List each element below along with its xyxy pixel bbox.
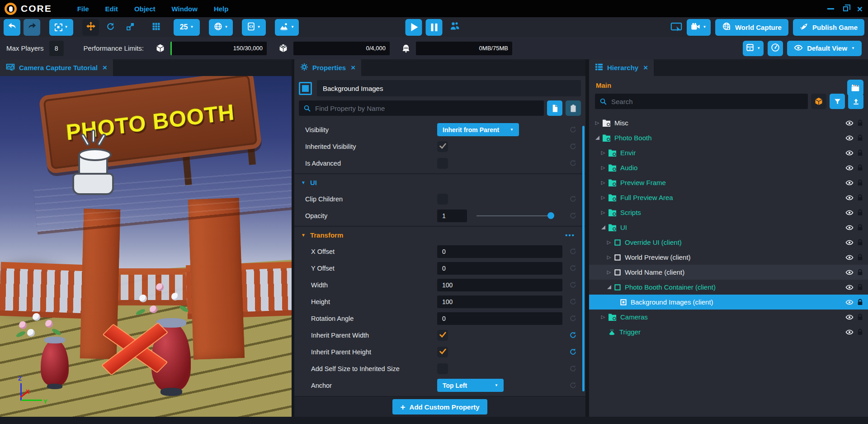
lock-icon[interactable] <box>857 149 863 156</box>
lock-icon[interactable] <box>857 164 863 171</box>
clip-children-checkbox[interactable] <box>437 194 448 205</box>
lock-icon[interactable] <box>857 239 863 246</box>
expand-icon[interactable]: ▷ <box>605 254 613 260</box>
collapse-icon[interactable] <box>599 225 607 229</box>
expand-icon[interactable]: ▷ <box>599 314 607 320</box>
close-icon[interactable]: × <box>857 4 863 14</box>
visibility-eye-icon[interactable] <box>845 119 854 127</box>
lock-icon[interactable] <box>857 119 863 126</box>
is-advanced-checkbox[interactable] <box>437 158 448 169</box>
reset-icon[interactable] <box>569 365 577 372</box>
copy-properties-button[interactable] <box>547 100 562 116</box>
visibility-eye-icon[interactable] <box>845 314 854 321</box>
scene-3d[interactable]: PHOTO BOOTH Z <box>0 76 292 417</box>
add-custom-property-button[interactable]: + Add Custom Property <box>392 399 487 414</box>
viewport-body[interactable]: PHOTO BOOTH Z <box>0 76 292 417</box>
visibility-eye-icon[interactable] <box>845 164 854 172</box>
grid-size-dropdown[interactable]: 25▼ <box>174 19 200 36</box>
hierarchy-item-preview-frame[interactable]: ▷Preview Frame <box>589 175 868 190</box>
lock-icon[interactable] <box>857 329 863 335</box>
section-transform[interactable]: ▼Transform••• <box>294 226 585 243</box>
properties-scrollbar[interactable] <box>582 126 585 391</box>
property-search-input[interactable] <box>315 105 539 112</box>
expand-icon[interactable]: ▷ <box>599 210 607 215</box>
close-icon[interactable]: × <box>103 63 107 72</box>
visibility-eye-icon[interactable] <box>845 149 854 157</box>
undo-button[interactable] <box>4 19 20 36</box>
hierarchy-item-misc[interactable]: ▷Misc <box>589 115 868 130</box>
hierarchy-item-cameras[interactable]: ▷Cameras <box>589 310 868 324</box>
reset-icon[interactable] <box>569 281 577 289</box>
y-offset-field[interactable] <box>437 262 562 275</box>
lock-icon[interactable] <box>857 224 863 231</box>
minimize-icon[interactable] <box>827 8 834 10</box>
collapse-icon[interactable] <box>605 285 613 289</box>
zoom-to-object-button[interactable] <box>811 94 826 109</box>
x-offset-field[interactable] <box>437 245 562 258</box>
rotate-tool-button[interactable] <box>102 19 119 36</box>
menu-item-window[interactable]: Window <box>172 5 198 13</box>
menu-item-object[interactable]: Object <box>134 5 156 13</box>
opacity-slider[interactable] <box>476 210 554 222</box>
lock-icon[interactable] <box>857 194 863 201</box>
expand-icon[interactable]: ▷ <box>605 269 613 275</box>
tab-properties[interactable]: Properties × <box>294 59 361 76</box>
world-capture-button[interactable]: World Capture <box>715 19 788 36</box>
anchor-dropdown[interactable]: Top Left▼ <box>437 379 504 392</box>
lock-icon[interactable] <box>857 254 863 261</box>
close-icon[interactable]: × <box>643 63 648 72</box>
rotation-angle-field[interactable] <box>437 312 562 325</box>
lock-icon[interactable] <box>857 299 863 305</box>
publish-game-button[interactable]: Publish Game <box>793 19 864 36</box>
screen-share-icon[interactable] <box>670 22 682 32</box>
menu-item-edit[interactable]: Edit <box>105 5 118 13</box>
section-menu-icon[interactable]: ••• <box>565 231 575 239</box>
hierarchy-item-audio[interactable]: ▷Audio <box>589 160 868 175</box>
add-self-size-to-inherited-size-checkbox[interactable] <box>437 363 448 374</box>
visibility-eye-icon[interactable] <box>845 269 854 276</box>
tab-camera-capture-tutorial[interactable]: Camera Capture Tutorial × <box>0 59 113 76</box>
hierarchy-item-photo-booth[interactable]: Photo Booth <box>589 130 868 145</box>
reset-icon[interactable] <box>569 298 577 305</box>
reset-icon[interactable] <box>569 212 577 219</box>
close-icon[interactable]: × <box>351 63 355 72</box>
visibility-eye-icon[interactable] <box>845 179 854 186</box>
height-field[interactable] <box>437 295 562 308</box>
hierarchy-item-world-preview-client[interactable]: ▷World Preview (client) <box>589 250 868 265</box>
reset-icon[interactable] <box>569 143 577 150</box>
filter-button[interactable] <box>830 94 845 109</box>
object-name-input[interactable] <box>317 80 581 96</box>
menu-item-help[interactable]: Help <box>214 5 229 13</box>
collapse-icon[interactable] <box>594 136 601 140</box>
lock-icon[interactable] <box>857 284 863 291</box>
hierarchy-item-background-images-client[interactable]: Background Images (client) <box>589 295 868 310</box>
reset-icon[interactable] <box>569 348 577 356</box>
visibility-eye-icon[interactable] <box>845 209 854 216</box>
hierarchy-item-scripts[interactable]: ▷Scripts <box>589 205 868 220</box>
visibility-dropdown[interactable]: Inherit from Parent▼ <box>437 123 519 136</box>
section-ui[interactable]: ▼UI <box>294 173 585 191</box>
default-view-dropdown[interactable]: Default View▼ <box>787 41 862 56</box>
redo-button[interactable] <box>24 19 40 36</box>
visibility-eye-icon[interactable] <box>845 224 854 231</box>
expand-icon[interactable]: ▷ <box>605 239 613 245</box>
visibility-eye-icon[interactable] <box>845 284 854 291</box>
property-search[interactable] <box>299 100 544 116</box>
hierarchy-item-trigger[interactable]: Trigger <box>589 324 868 339</box>
lock-icon[interactable] <box>857 134 863 141</box>
reset-icon[interactable] <box>569 264 577 272</box>
reset-icon[interactable] <box>569 314 577 322</box>
menu-item-file[interactable]: File <box>77 5 89 13</box>
visibility-eye-icon[interactable] <box>845 329 854 336</box>
hierarchy-item-envir[interactable]: ▷Envir <box>589 145 868 160</box>
expand-icon[interactable]: ▷ <box>599 195 607 200</box>
restore-icon[interactable] <box>843 6 848 11</box>
lock-icon[interactable] <box>857 314 863 320</box>
play-button[interactable] <box>406 19 422 36</box>
collapse-all-button[interactable] <box>848 94 863 109</box>
visibility-eye-icon[interactable] <box>845 194 854 201</box>
hierarchy-item-ui[interactable]: UI <box>589 220 868 235</box>
hierarchy-search-input[interactable] <box>611 98 803 105</box>
visibility-eye-icon[interactable] <box>845 239 854 246</box>
hierarchy-item-photo-booth-container-client[interactable]: Photo Booth Container (client) <box>589 280 868 295</box>
